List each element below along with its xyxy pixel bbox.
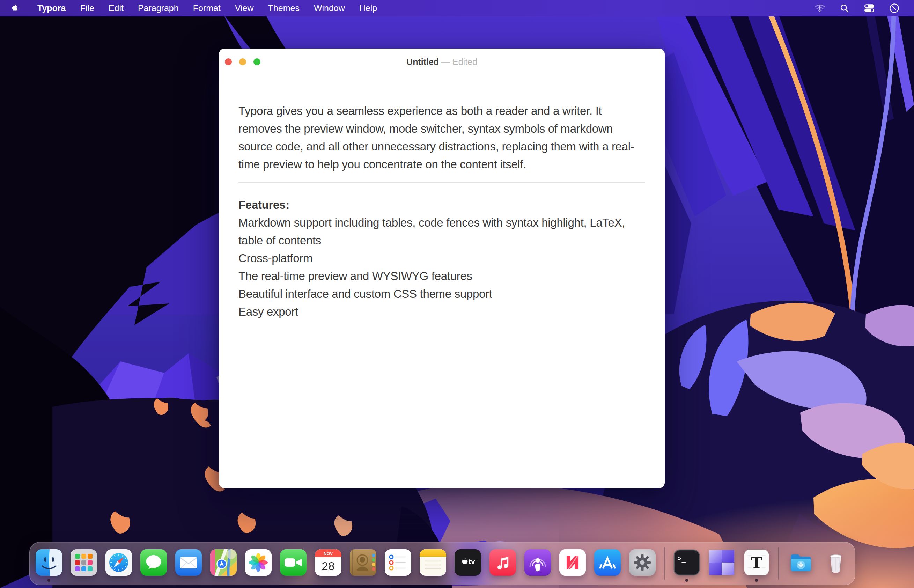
svg-text:tv: tv <box>468 557 475 565</box>
dock-separator <box>778 548 779 580</box>
dock-icon-podcasts[interactable] <box>524 549 551 576</box>
edited-badge: Edited <box>452 57 477 67</box>
status-control-center[interactable] <box>863 3 875 14</box>
settings-icon <box>629 549 656 576</box>
menu-bar: TyporaFileEditParagraphFormatViewThemesW… <box>0 0 914 16</box>
window-title: Untitled — Edited <box>406 57 477 67</box>
appstore-icon <box>594 549 621 576</box>
dock-separator <box>664 548 665 580</box>
dock-icon-facetime[interactable] <box>280 549 307 576</box>
dock-icon-messages[interactable] <box>140 549 167 576</box>
dock-icon-appletv[interactable]: tv <box>455 549 481 576</box>
apple-logo-icon <box>11 4 18 12</box>
search-icon <box>840 3 849 13</box>
dock-icon-appstore[interactable] <box>594 549 621 576</box>
feature-item[interactable]: Markdown support including tables, code … <box>239 214 645 249</box>
wifi-alert-icon <box>814 3 826 13</box>
running-indicator <box>47 579 50 582</box>
finder-icon <box>36 549 62 576</box>
downloads-icon <box>788 549 814 576</box>
dock-icon-photos[interactable] <box>245 549 271 576</box>
dock-icon-settings[interactable] <box>629 549 656 576</box>
clock-icon <box>889 3 899 13</box>
dock-icon-calendar[interactable]: NOV 28 <box>315 549 341 576</box>
dock-icon-terminal[interactable]: >_ <box>673 549 700 576</box>
desktop: TyporaFileEditParagraphFormatViewThemesW… <box>0 0 914 588</box>
svg-text:>_: >_ <box>678 554 686 562</box>
menu-item[interactable]: Window <box>314 3 345 13</box>
window-titlebar[interactable]: Untitled — Edited <box>219 48 665 75</box>
dock-icon-mail[interactable] <box>175 549 202 576</box>
menu-item[interactable]: Help <box>359 3 377 13</box>
menu-item[interactable]: Edit <box>108 3 124 13</box>
safari-icon <box>105 549 132 576</box>
features-heading[interactable]: Features: <box>239 196 645 214</box>
dock-icon-reminders[interactable] <box>385 549 411 576</box>
music-icon <box>489 549 516 576</box>
menu-item[interactable]: Themes <box>268 3 300 13</box>
traffic-lights <box>225 48 260 75</box>
menu-item[interactable]: Format <box>193 3 221 13</box>
terminal-icon: >_ <box>673 549 700 576</box>
features-list: Markdown support including tables, code … <box>239 214 645 321</box>
status-wifi-alert[interactable] <box>814 3 826 14</box>
dock-icon-downloads[interactable] <box>788 549 814 576</box>
menu-status-icons <box>814 3 914 14</box>
menu-item[interactable]: View <box>235 3 254 13</box>
running-indicator <box>755 579 758 582</box>
notes-icon <box>420 549 446 576</box>
svg-text:NOV: NOV <box>324 551 333 556</box>
dock-icon-trash[interactable] <box>822 549 849 576</box>
maps-icon <box>210 549 237 576</box>
minimize-button[interactable] <box>239 58 246 65</box>
gradient-tiles-icon <box>708 549 735 576</box>
menu-item[interactable]: Typora <box>37 3 66 13</box>
feature-item[interactable]: Beautiful interface and custom CSS theme… <box>239 285 645 303</box>
trash-icon <box>822 549 849 576</box>
dock-icon-gradient-tiles[interactable] <box>708 549 735 576</box>
typora-icon: T <box>743 549 770 576</box>
document-editor[interactable]: Typora gives you a seamless experience a… <box>219 75 665 321</box>
podcasts-icon <box>524 549 551 576</box>
feature-item[interactable]: Cross-platform <box>239 249 645 267</box>
dock-icon-launchpad[interactable] <box>71 549 97 576</box>
facetime-icon <box>280 549 307 576</box>
reminders-icon <box>385 549 411 576</box>
document-paragraph[interactable]: Typora gives you a seamless experience a… <box>239 102 645 173</box>
document-name: Untitled <box>406 57 439 67</box>
dock-icon-music[interactable] <box>489 549 516 576</box>
menu-item[interactable]: File <box>80 3 94 13</box>
menu-item[interactable]: Paragraph <box>138 3 179 13</box>
running-indicator <box>685 579 688 582</box>
svg-text:T: T <box>751 553 762 572</box>
close-button[interactable] <box>225 58 232 65</box>
control-center-icon <box>864 4 875 13</box>
zoom-button[interactable] <box>254 58 260 65</box>
menu-items: TyporaFileEditParagraphFormatViewThemesW… <box>37 3 377 13</box>
dock-icon-maps[interactable] <box>210 549 237 576</box>
mail-icon <box>175 549 202 576</box>
apple-menu[interactable] <box>10 4 19 13</box>
feature-item[interactable]: The real-time preview and WYSIWYG featur… <box>239 267 645 285</box>
feature-item[interactable]: Easy export <box>239 303 645 321</box>
appletv-icon: tv <box>455 549 481 576</box>
title-separator: — <box>441 57 450 67</box>
dock-icon-notes[interactable] <box>420 549 446 576</box>
dock-icon-safari[interactable] <box>105 549 132 576</box>
status-search[interactable] <box>838 3 851 14</box>
status-clock[interactable] <box>888 3 900 14</box>
contacts-icon <box>350 549 376 576</box>
horizontal-rule <box>239 182 645 183</box>
messages-icon <box>140 549 167 576</box>
launchpad-icon <box>71 549 97 576</box>
svg-text:28: 28 <box>321 559 335 573</box>
dock: NOV 28 tv >_ <box>29 542 855 585</box>
news-icon <box>559 549 586 576</box>
dock-icon-finder[interactable] <box>36 549 62 576</box>
dock-icon-contacts[interactable] <box>350 549 376 576</box>
typora-window: Untitled — Edited Typora gives you a sea… <box>219 48 665 488</box>
calendar-icon: NOV 28 <box>315 549 341 576</box>
dock-icon-typora[interactable]: T <box>743 549 770 576</box>
dock-icon-news[interactable] <box>559 549 586 576</box>
photos-icon <box>245 549 271 576</box>
